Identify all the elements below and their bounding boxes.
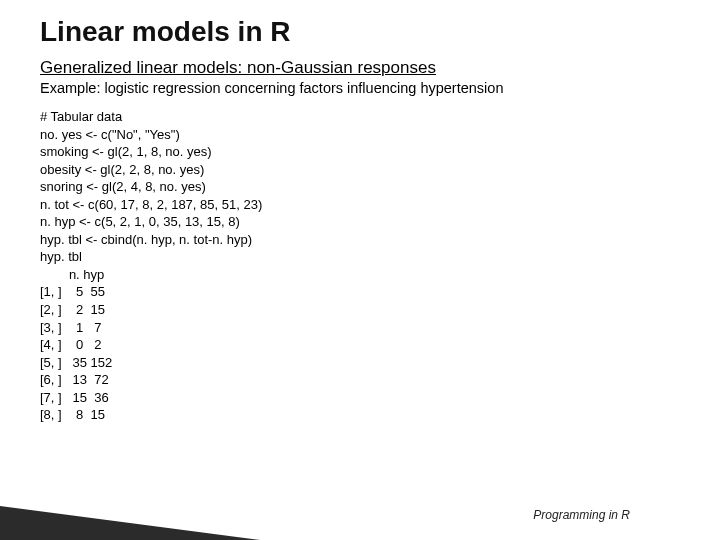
code-block: # Tabular data no. yes <- c("No", "Yes")… xyxy=(40,108,720,424)
footer-text: Programming in R xyxy=(533,508,630,522)
page-title: Linear models in R xyxy=(40,16,720,48)
example-line: Example: logistic regression concerning … xyxy=(40,80,720,96)
slide: Linear models in R Generalized linear mo… xyxy=(0,0,720,540)
section-subtitle: Generalized linear models: non-Gaussian … xyxy=(40,58,720,78)
decorative-wedge xyxy=(0,506,260,540)
